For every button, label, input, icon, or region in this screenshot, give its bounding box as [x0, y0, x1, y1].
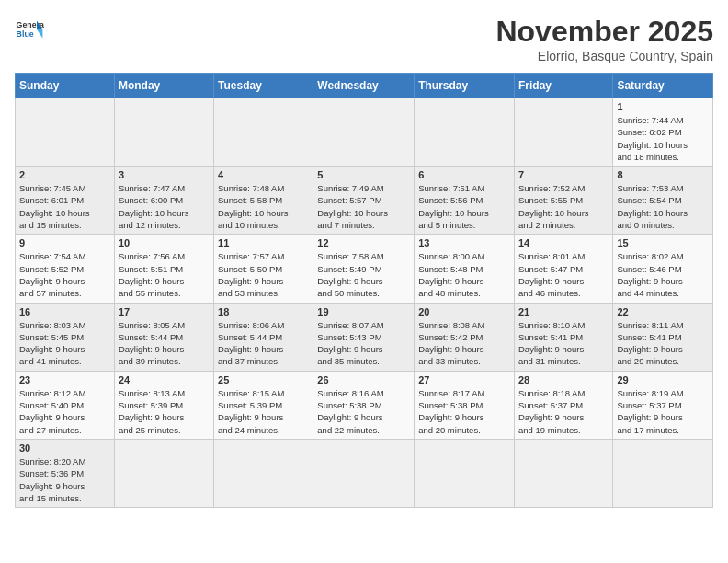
calendar-cell [613, 439, 713, 507]
calendar-cell [514, 98, 612, 167]
day-number: 2 [19, 169, 110, 180]
day-number: 17 [119, 306, 210, 317]
page-header: General Blue November 2025 Elorrio, Basq… [15, 15, 713, 63]
day-info: Sunrise: 8:12 AM Sunset: 5:40 PM Dayligh… [19, 387, 110, 436]
calendar-cell [114, 98, 213, 167]
month-title: November 2025 [495, 15, 713, 49]
day-info: Sunrise: 7:45 AM Sunset: 6:01 PM Dayligh… [19, 182, 110, 231]
day-info: Sunrise: 8:07 AM Sunset: 5:43 PM Dayligh… [317, 319, 410, 368]
day-info: Sunrise: 8:10 AM Sunset: 5:41 PM Dayligh… [518, 319, 609, 368]
calendar-cell: 17Sunrise: 8:05 AM Sunset: 5:44 PM Dayli… [114, 303, 213, 371]
calendar-cell: 11Sunrise: 7:57 AM Sunset: 5:50 PM Dayli… [214, 235, 313, 303]
day-info: Sunrise: 7:56 AM Sunset: 5:51 PM Dayligh… [119, 250, 210, 299]
calendar-header: SundayMondayTuesdayWednesdayThursdayFrid… [16, 74, 713, 98]
day-info: Sunrise: 7:53 AM Sunset: 5:54 PM Dayligh… [617, 182, 709, 231]
calendar-week-row: 9Sunrise: 7:54 AM Sunset: 5:52 PM Daylig… [16, 235, 713, 303]
day-number: 3 [119, 169, 210, 180]
day-number: 12 [317, 237, 410, 248]
calendar-week-row: 30Sunrise: 8:20 AM Sunset: 5:36 PM Dayli… [16, 439, 713, 507]
day-number: 28 [518, 374, 609, 385]
day-info: Sunrise: 8:17 AM Sunset: 5:38 PM Dayligh… [418, 387, 510, 436]
weekday-header: Wednesday [313, 74, 415, 98]
logo-icon: General Blue [15, 15, 44, 44]
calendar-cell: 26Sunrise: 8:16 AM Sunset: 5:38 PM Dayli… [313, 371, 415, 439]
day-info: Sunrise: 8:01 AM Sunset: 5:47 PM Dayligh… [518, 250, 609, 299]
calendar-cell [16, 98, 115, 167]
day-number: 25 [218, 374, 309, 385]
calendar-cell: 23Sunrise: 8:12 AM Sunset: 5:40 PM Dayli… [16, 371, 115, 439]
calendar-week-row: 2Sunrise: 7:45 AM Sunset: 6:01 PM Daylig… [16, 167, 713, 235]
calendar-cell [114, 439, 213, 507]
day-info: Sunrise: 8:06 AM Sunset: 5:44 PM Dayligh… [218, 319, 309, 368]
calendar-cell [214, 98, 313, 167]
calendar-cell: 4Sunrise: 7:48 AM Sunset: 5:58 PM Daylig… [214, 167, 313, 235]
calendar-cell [415, 439, 515, 507]
calendar-cell: 30Sunrise: 8:20 AM Sunset: 5:36 PM Dayli… [16, 439, 115, 507]
location: Elorrio, Basque Country, Spain [495, 49, 713, 63]
calendar-cell: 3Sunrise: 7:47 AM Sunset: 6:00 PM Daylig… [114, 167, 213, 235]
title-block: November 2025 Elorrio, Basque Country, S… [495, 15, 713, 63]
day-number: 23 [19, 374, 110, 385]
day-number: 5 [317, 169, 410, 180]
day-info: Sunrise: 7:47 AM Sunset: 6:00 PM Dayligh… [119, 182, 210, 231]
calendar-cell: 20Sunrise: 8:08 AM Sunset: 5:42 PM Dayli… [415, 303, 515, 371]
calendar-cell: 22Sunrise: 8:11 AM Sunset: 5:41 PM Dayli… [613, 303, 713, 371]
day-number: 27 [418, 374, 510, 385]
calendar-cell: 1Sunrise: 7:44 AM Sunset: 6:02 PM Daylig… [613, 98, 713, 167]
day-info: Sunrise: 7:49 AM Sunset: 5:57 PM Dayligh… [317, 182, 410, 231]
day-info: Sunrise: 8:19 AM Sunset: 5:37 PM Dayligh… [617, 387, 709, 436]
day-number: 19 [317, 306, 410, 317]
day-number: 10 [119, 237, 210, 248]
calendar-cell: 5Sunrise: 7:49 AM Sunset: 5:57 PM Daylig… [313, 167, 415, 235]
day-info: Sunrise: 7:48 AM Sunset: 5:58 PM Dayligh… [218, 182, 309, 231]
day-info: Sunrise: 7:44 AM Sunset: 6:02 PM Dayligh… [617, 114, 709, 163]
day-number: 30 [19, 442, 110, 454]
weekday-header: Sunday [16, 74, 115, 98]
day-number: 24 [119, 374, 210, 385]
calendar-cell: 29Sunrise: 8:19 AM Sunset: 5:37 PM Dayli… [613, 371, 713, 439]
day-number: 26 [317, 374, 410, 385]
calendar-cell: 8Sunrise: 7:53 AM Sunset: 5:54 PM Daylig… [613, 167, 713, 235]
weekday-header: Saturday [613, 74, 713, 98]
calendar-cell: 13Sunrise: 8:00 AM Sunset: 5:48 PM Dayli… [415, 235, 515, 303]
calendar-cell: 10Sunrise: 7:56 AM Sunset: 5:51 PM Dayli… [114, 235, 213, 303]
day-number: 29 [617, 374, 709, 385]
day-info: Sunrise: 7:51 AM Sunset: 5:56 PM Dayligh… [418, 182, 510, 231]
weekday-header: Friday [514, 74, 612, 98]
day-info: Sunrise: 8:20 AM Sunset: 5:36 PM Dayligh… [19, 455, 110, 504]
day-number: 8 [617, 169, 709, 180]
day-number: 9 [19, 237, 110, 248]
day-number: 6 [418, 169, 510, 180]
calendar-cell: 12Sunrise: 7:58 AM Sunset: 5:49 PM Dayli… [313, 235, 415, 303]
calendar-cell: 7Sunrise: 7:52 AM Sunset: 5:55 PM Daylig… [514, 167, 612, 235]
day-number: 15 [617, 237, 709, 248]
calendar-cell: 19Sunrise: 8:07 AM Sunset: 5:43 PM Dayli… [313, 303, 415, 371]
day-info: Sunrise: 8:16 AM Sunset: 5:38 PM Dayligh… [317, 387, 410, 436]
day-info: Sunrise: 7:54 AM Sunset: 5:52 PM Dayligh… [19, 250, 110, 299]
day-number: 22 [617, 306, 709, 317]
day-info: Sunrise: 7:52 AM Sunset: 5:55 PM Dayligh… [518, 182, 609, 231]
calendar-cell [415, 98, 515, 167]
calendar-cell: 2Sunrise: 7:45 AM Sunset: 6:01 PM Daylig… [16, 167, 115, 235]
svg-marker-3 [37, 29, 42, 39]
calendar-cell: 21Sunrise: 8:10 AM Sunset: 5:41 PM Dayli… [514, 303, 612, 371]
day-info: Sunrise: 8:03 AM Sunset: 5:45 PM Dayligh… [19, 319, 110, 368]
calendar-cell [514, 439, 612, 507]
calendar-cell: 25Sunrise: 8:15 AM Sunset: 5:39 PM Dayli… [214, 371, 313, 439]
day-number: 21 [518, 306, 609, 317]
weekday-header: Thursday [415, 74, 515, 98]
day-info: Sunrise: 8:02 AM Sunset: 5:46 PM Dayligh… [617, 250, 709, 299]
day-number: 20 [418, 306, 510, 317]
calendar-week-row: 1Sunrise: 7:44 AM Sunset: 6:02 PM Daylig… [16, 98, 713, 167]
calendar-table: SundayMondayTuesdayWednesdayThursdayFrid… [15, 73, 713, 508]
calendar-week-row: 23Sunrise: 8:12 AM Sunset: 5:40 PM Dayli… [16, 371, 713, 439]
calendar-cell: 6Sunrise: 7:51 AM Sunset: 5:56 PM Daylig… [415, 167, 515, 235]
calendar-cell: 27Sunrise: 8:17 AM Sunset: 5:38 PM Dayli… [415, 371, 515, 439]
day-number: 13 [418, 237, 510, 248]
calendar-cell [214, 439, 313, 507]
calendar-cell [313, 98, 415, 167]
day-info: Sunrise: 8:15 AM Sunset: 5:39 PM Dayligh… [218, 387, 309, 436]
weekday-header-row: SundayMondayTuesdayWednesdayThursdayFrid… [16, 74, 713, 98]
calendar-cell: 24Sunrise: 8:13 AM Sunset: 5:39 PM Dayli… [114, 371, 213, 439]
calendar-body: 1Sunrise: 7:44 AM Sunset: 6:02 PM Daylig… [16, 98, 713, 508]
